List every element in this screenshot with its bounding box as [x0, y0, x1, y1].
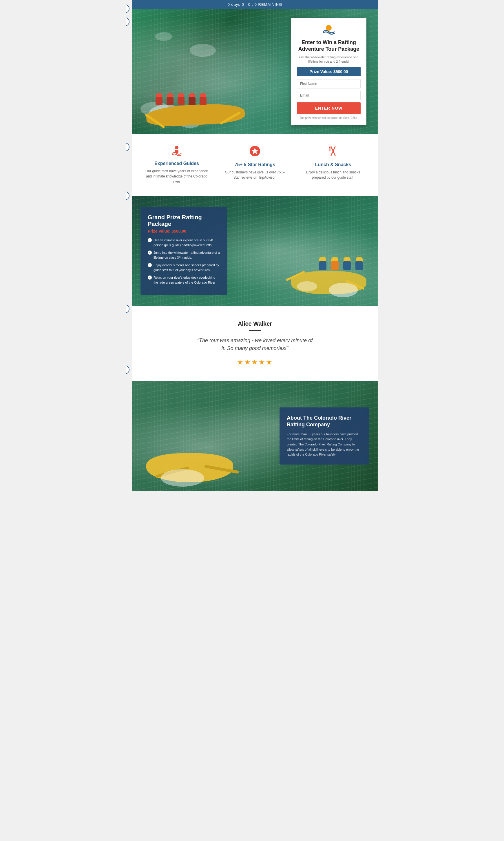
prize-value-text: Prize Value: $500.00	[148, 229, 220, 234]
features-section: Experienced Guides Our guide staff have …	[132, 134, 378, 196]
first-name-input[interactable]	[297, 79, 361, 88]
splash-4	[155, 32, 172, 41]
svg-point-0	[326, 25, 332, 31]
ratings-icon	[223, 145, 287, 159]
about-text: For more than 35 years our founders have…	[287, 431, 362, 457]
countdown-text: 0 days 0 : 0 : 0 REMAINING	[228, 2, 283, 7]
about-overlay: About The Colorado River Rafting Company…	[280, 408, 369, 465]
prize-title: Grand Prize Rafting Package	[148, 214, 220, 227]
prize-overlay: Grand Prize Rafting Package Prize Value:…	[141, 207, 228, 295]
about-title: About The Colorado River Rafting Company	[287, 415, 362, 428]
section-3-number: 3	[126, 143, 129, 151]
entry-form: Enter to Win a Rafting Adventure Tour Pa…	[291, 18, 366, 125]
form-logo	[297, 23, 361, 36]
section-6-number: 6	[126, 365, 129, 374]
prize-item-3: Enjoy delicious meals and snacks prepare…	[148, 263, 220, 272]
lunch-title: Lunch & Snacks	[301, 162, 365, 167]
lunch-icon	[301, 145, 365, 159]
ratings-desc: Our customers have give us over 75 5-Sta…	[223, 170, 287, 180]
ratings-title: 75+ 5-Star Ratings	[223, 162, 287, 167]
form-title: Enter to Win a Rafting Adventure Tour Pa…	[297, 39, 361, 53]
prize-item-1: Get an intimate river experience in our …	[148, 238, 220, 247]
feature-lunch: Lunch & Snacks Enjoy a delicious lunch a…	[301, 145, 365, 180]
feature-ratings: 75+ 5-Star Ratings Our customers have gi…	[223, 145, 287, 180]
guides-desc: Our guide staff have years of experience…	[145, 169, 209, 184]
form-disclaimer: The prize winner will be drawn on Sept. …	[297, 116, 361, 119]
splash-5	[190, 44, 216, 57]
testimonial-stars: ★★★★★	[138, 358, 372, 366]
section-1-number: 1	[126, 4, 129, 13]
about-section: About The Colorado River Rafting Company…	[132, 381, 378, 491]
enter-now-button[interactable]: ENTER NOW	[297, 102, 361, 114]
brand-logo-icon	[322, 23, 336, 35]
guides-title: Experienced Guides	[145, 161, 209, 166]
testimonial-section: Alice Walker "The tour was amazing - we …	[132, 306, 378, 381]
testimonial-quote: "The tour was amazing - we loved every m…	[197, 337, 313, 353]
prize-item-4: Relax on your river's edge deck overlook…	[148, 275, 220, 285]
prize-item-2: Jump into the whitewater rafting adventu…	[148, 250, 220, 260]
prize-section: Grand Prize Rafting Package Prize Value:…	[132, 196, 378, 306]
lunch-desc: Enjoy a delicious lunch and snacks prepa…	[301, 170, 365, 180]
hero-section: Enter to Win a Rafting Adventure Tour Pa…	[132, 9, 378, 134]
svg-point-1	[175, 146, 178, 149]
section-4-number: 4	[126, 191, 129, 200]
prize-value-banner: Prize Value: $500.00	[297, 67, 361, 76]
section-2-number: 2	[126, 17, 129, 26]
testimonial-divider	[249, 330, 261, 331]
section-5-number: 5	[126, 305, 129, 313]
form-subtitle: Get the whitewater rafting experience of…	[297, 55, 361, 64]
testimonial-name: Alice Walker	[138, 321, 372, 327]
prize-list: Get an intimate river experience in our …	[148, 238, 220, 285]
prize-rafting-image	[276, 202, 369, 300]
feature-guides: Experienced Guides Our guide staff have …	[145, 145, 209, 184]
guides-icon	[145, 145, 209, 158]
countdown-bar: 0 days 0 : 0 : 0 REMAINING	[132, 0, 378, 9]
about-splash	[161, 469, 204, 487]
email-input[interactable]	[297, 91, 361, 100]
rafters	[155, 93, 207, 109]
